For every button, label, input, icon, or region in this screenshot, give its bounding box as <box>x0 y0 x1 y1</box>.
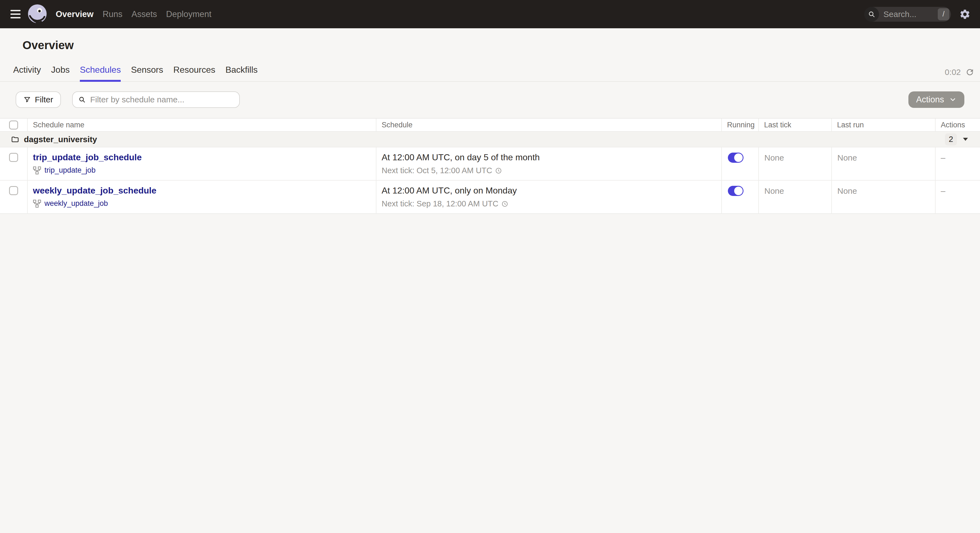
tab-jobs[interactable]: Jobs <box>51 65 70 81</box>
last-tick-cell: None <box>759 181 832 213</box>
schedule-description: At 12:00 AM UTC, on day 5 of the month <box>382 152 721 162</box>
refresh-area: 0:02 <box>945 67 975 81</box>
column-header-running: Running <box>722 119 759 131</box>
row-checkbox[interactable] <box>9 186 18 195</box>
nav-item-deployment[interactable]: Deployment <box>166 10 211 19</box>
tab-backfills[interactable]: Backfills <box>226 65 258 81</box>
code-location-group-row[interactable]: dagster_university 2 <box>0 132 980 147</box>
schedule-name-cell: trip_update_job_schedule trip_update_job <box>28 147 376 180</box>
column-header-schedule: Schedule <box>376 119 722 131</box>
nav-item-overview[interactable]: Overview <box>56 10 94 19</box>
collapse-caret-icon[interactable] <box>963 138 968 141</box>
schedule-cron-cell: At 12:00 AM UTC, only on Monday Next tic… <box>376 181 722 213</box>
row-select-cell <box>0 181 28 213</box>
refresh-icon[interactable] <box>965 67 975 77</box>
job-link[interactable]: trip_update_job <box>45 166 95 175</box>
tab-activity[interactable]: Activity <box>13 65 41 81</box>
overview-tabs-row: Activity Jobs Schedules Sensors Resource… <box>0 65 980 82</box>
running-cell <box>722 147 759 180</box>
tab-resources[interactable]: Resources <box>173 65 215 81</box>
filter-button-label: Filter <box>35 95 53 104</box>
column-header-last-run: Last run <box>832 119 935 131</box>
actions-button-label: Actions <box>916 95 944 105</box>
search-shortcut-badge: / <box>938 8 949 20</box>
schedule-cron-cell: At 12:00 AM UTC, on day 5 of the month N… <box>376 147 722 180</box>
schedules-table: Schedule name Schedule Running Last tick… <box>0 118 980 214</box>
code-location-name: dagster_university <box>24 135 97 144</box>
job-link[interactable]: weekly_update_job <box>45 199 108 208</box>
clock-icon <box>495 167 502 174</box>
filter-button[interactable]: Filter <box>16 91 61 108</box>
running-cell <box>722 181 759 213</box>
column-header-last-tick: Last tick <box>759 119 832 131</box>
nav-item-assets[interactable]: Assets <box>131 10 157 19</box>
column-header-schedule-name: Schedule name <box>28 119 376 131</box>
global-search[interactable]: Search... / <box>864 7 951 22</box>
next-tick-text: Next tick: Sep 18, 12:00 AM UTC <box>382 199 498 208</box>
tab-sensors[interactable]: Sensors <box>131 65 163 81</box>
schedule-name-cell: weekly_update_job_schedule weekly_update… <box>28 181 376 213</box>
overview-page: Overview Activity Jobs Schedules Sensors… <box>0 39 980 214</box>
top-navigation-bar: Overview Runs Assets Deployment Search..… <box>0 0 980 28</box>
search-icon <box>864 7 879 22</box>
table-row: trip_update_job_schedule trip_update_job… <box>0 147 980 181</box>
row-actions-cell: – <box>935 181 980 213</box>
next-tick-text: Next tick: Oct 5, 12:00 AM UTC <box>382 166 492 175</box>
table-row: weekly_update_job_schedule weekly_update… <box>0 181 980 214</box>
schedule-name-filter-input[interactable] <box>90 95 234 105</box>
actions-button[interactable]: Actions <box>908 91 964 108</box>
column-header-actions: Actions <box>935 119 980 131</box>
primary-nav: Overview Runs Assets Deployment <box>56 10 212 19</box>
schedule-description: At 12:00 AM UTC, only on Monday <box>382 185 721 196</box>
dagster-logo-icon[interactable] <box>27 4 48 25</box>
overview-tabs: Activity Jobs Schedules Sensors Resource… <box>13 65 258 81</box>
row-checkbox[interactable] <box>9 153 18 162</box>
last-run-cell: None <box>832 181 935 213</box>
job-graph-icon <box>33 166 41 175</box>
refresh-countdown: 0:02 <box>945 67 961 77</box>
schedule-link[interactable]: weekly_update_job_schedule <box>33 185 156 196</box>
table-header-row: Schedule name Schedule Running Last tick… <box>0 119 980 132</box>
last-tick-cell: None <box>759 147 832 180</box>
schedule-link[interactable]: trip_update_job_schedule <box>33 152 142 162</box>
settings-gear-icon[interactable] <box>959 8 970 20</box>
chevron-down-icon <box>949 96 957 103</box>
clock-icon <box>501 200 508 207</box>
last-run-cell: None <box>832 147 935 180</box>
schedule-name-filter <box>72 91 240 108</box>
job-graph-icon <box>33 199 41 208</box>
funnel-icon <box>23 96 31 103</box>
row-actions-cell: – <box>935 147 980 180</box>
row-select-cell <box>0 147 28 180</box>
tab-schedules[interactable]: Schedules <box>80 65 121 81</box>
select-all-cell <box>0 119 28 131</box>
nav-item-runs[interactable]: Runs <box>103 10 123 19</box>
select-all-checkbox[interactable] <box>9 121 18 130</box>
running-toggle[interactable] <box>728 153 743 163</box>
folder-icon <box>11 135 19 143</box>
schedules-toolbar: Filter Actions <box>16 91 964 108</box>
schedule-count-badge: 2 <box>945 134 957 145</box>
search-placeholder: Search... <box>883 10 938 19</box>
hamburger-menu-icon[interactable] <box>10 10 21 18</box>
search-icon <box>78 96 86 103</box>
page-title: Overview <box>22 39 980 52</box>
running-toggle[interactable] <box>728 186 743 196</box>
